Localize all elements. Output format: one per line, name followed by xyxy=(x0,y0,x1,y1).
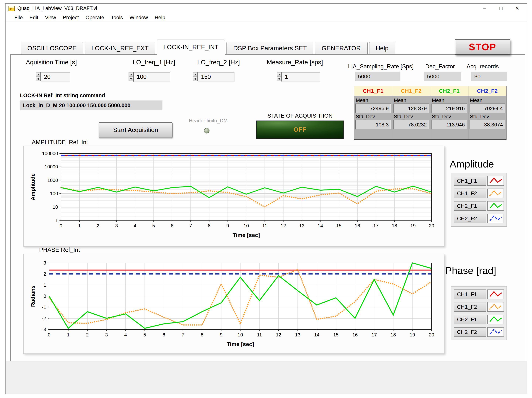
svg-text:12: 12 xyxy=(276,332,281,338)
legend-item-ch1-f1[interactable]: CH1_F1 xyxy=(454,176,504,186)
labview-vi-icon xyxy=(8,6,15,11)
phase-plot-svg: 012345678910111213141516171819203210-1-2… xyxy=(24,254,445,354)
legend-label: CH1_F1 xyxy=(454,289,486,299)
svg-text:4: 4 xyxy=(124,332,127,338)
aquisition-time-label: Aquisition Time [s] xyxy=(26,59,77,66)
legend-item-ch1-f2[interactable]: CH1_F2 xyxy=(454,189,504,198)
menu-file[interactable]: File xyxy=(11,13,26,21)
legend-line-sample-icon xyxy=(487,189,504,198)
svg-text:100000: 100000 xyxy=(42,151,58,156)
svg-text:18: 18 xyxy=(392,223,397,229)
svg-text:7: 7 xyxy=(189,223,192,229)
svg-text:Amplitude: Amplitude xyxy=(30,173,36,201)
std-dev-label: Std_Dev xyxy=(470,114,505,119)
legend-label: CH2_F1 xyxy=(454,315,486,324)
minimize-icon[interactable]: – xyxy=(477,4,493,13)
svg-text:3: 3 xyxy=(105,332,108,338)
tab-help[interactable]: Help xyxy=(369,42,395,55)
legend-line-sample-icon xyxy=(487,201,504,211)
measure-rate-field[interactable]: 1 xyxy=(282,72,320,82)
svg-text:Radians: Radians xyxy=(30,285,36,307)
lo-freq-1-label: LO_freq_1 [Hz] xyxy=(133,59,175,66)
amplitude-legend: CH1_F1CH1_F2CH2_F1CH2_F2 xyxy=(451,173,507,227)
svg-text:16: 16 xyxy=(352,332,358,338)
decrement-icon[interactable] xyxy=(193,77,198,81)
amplitude-chart: 0123456789101112131415161718192010000010… xyxy=(23,146,444,247)
tab-lock-in-ref-ext[interactable]: LOCK-IN_REF_EXT xyxy=(85,42,155,55)
lo-freq-2-field[interactable]: 150 xyxy=(198,72,234,82)
legend-line-sample-icon xyxy=(487,302,504,312)
svg-text:19: 19 xyxy=(410,332,415,338)
svg-text:10000: 10000 xyxy=(45,164,58,169)
svg-text:8: 8 xyxy=(201,332,203,338)
std-dev-value-ch1-f1: 108.3 xyxy=(355,120,391,129)
legend-label: CH1_F2 xyxy=(454,189,486,198)
svg-text:14: 14 xyxy=(318,223,323,229)
screen: Quad_LIA_LabView_V03_DRAFT.vi – □ ✕ File… xyxy=(0,0,532,398)
legend-item-ch1-f2[interactable]: CH1_F2 xyxy=(454,302,504,312)
measure-rate-label: Measure_Rate [sps] xyxy=(267,59,323,66)
lo-freq-1-field[interactable]: 100 xyxy=(133,72,170,82)
phase-chart-title: PHASE Ref_Int xyxy=(39,247,80,253)
legend-line-sample-icon xyxy=(487,327,504,337)
legend-label: CH1_F1 xyxy=(454,176,486,186)
svg-text:16: 16 xyxy=(355,223,360,229)
legend-item-ch2-f1[interactable]: CH2_F1 xyxy=(454,201,504,211)
svg-text:Time [sec]: Time [sec] xyxy=(227,341,254,347)
start-acquisition-button[interactable]: Start Acquisition xyxy=(99,122,172,138)
maximize-icon[interactable]: □ xyxy=(493,4,509,13)
stats-header-ch1-f2: CH1_F2 xyxy=(392,86,431,96)
svg-text:6: 6 xyxy=(171,223,173,229)
svg-text:10: 10 xyxy=(244,223,249,229)
menu-tools[interactable]: Tools xyxy=(108,13,126,21)
legend-item-ch2-f2[interactable]: CH2_F2 xyxy=(454,327,504,337)
increment-icon[interactable] xyxy=(193,72,198,77)
mean-label: Mean xyxy=(470,98,505,103)
svg-text:2: 2 xyxy=(86,332,89,338)
window-controls: – □ ✕ xyxy=(477,4,525,13)
svg-text:Time [sec]: Time [sec] xyxy=(233,232,260,238)
amplitude-plot-svg: 0123456789101112131415161718192010000010… xyxy=(24,146,445,247)
svg-text:11: 11 xyxy=(262,223,267,229)
menu-view[interactable]: View xyxy=(42,13,59,21)
header-finito-led xyxy=(204,128,209,134)
decrement-icon[interactable] xyxy=(277,77,282,81)
lo-freq-2-control: LO_freq_2 [Hz] 150 xyxy=(193,59,274,83)
acquisition-state-indicator: OFF xyxy=(256,121,344,139)
menu-project[interactable]: Project xyxy=(59,13,82,21)
svg-text:100: 100 xyxy=(50,191,58,196)
decrement-icon[interactable] xyxy=(36,77,41,81)
menu-edit[interactable]: Edit xyxy=(26,13,42,21)
tab-dsp-box-parameters-set[interactable]: DSP Box Parameters SET xyxy=(227,42,313,55)
svg-text:0: 0 xyxy=(48,332,51,338)
mean-value-ch2-f1: 219.916 xyxy=(431,103,467,113)
numeric-spinner xyxy=(193,72,198,82)
string-command-value: Lock_in_D_M 20 100.000 150.000 5000.000 xyxy=(20,101,163,110)
numeric-spinner xyxy=(36,72,41,82)
legend-item-ch2-f1[interactable]: CH2_F1 xyxy=(454,315,504,324)
stop-button[interactable]: STOP xyxy=(455,39,510,55)
svg-text:14: 14 xyxy=(314,332,320,338)
menu-window[interactable]: Window xyxy=(126,13,151,21)
legend-item-ch2-f2[interactable]: CH2_F2 xyxy=(454,214,504,223)
legend-line-sample-icon xyxy=(487,315,504,324)
close-icon[interactable]: ✕ xyxy=(509,4,525,13)
svg-text:0: 0 xyxy=(44,293,46,299)
increment-icon[interactable] xyxy=(277,72,282,77)
svg-text:17: 17 xyxy=(373,223,379,229)
aquisition-time-field[interactable]: 20 xyxy=(41,72,70,82)
increment-icon[interactable] xyxy=(129,72,133,77)
tab-generator[interactable]: GENERATOR xyxy=(315,42,367,55)
svg-text:15: 15 xyxy=(336,223,342,229)
legend-label: CH2_F2 xyxy=(454,214,486,223)
svg-text:13: 13 xyxy=(299,223,304,229)
lia-sampling-rate-label: LIA_Sampling_Rate [Sps] xyxy=(348,63,414,70)
tab-oscilloscope[interactable]: OSCILLOSCOPE xyxy=(21,42,83,55)
increment-icon[interactable] xyxy=(36,72,41,77)
menu-help[interactable]: Help xyxy=(151,13,169,21)
menu-operate[interactable]: Operate xyxy=(82,13,108,21)
stats-header-ch2-f2: CH2_F2 xyxy=(469,86,506,96)
tab-lock-in-ref-int[interactable]: LOCK-IN_REF_INT xyxy=(157,39,225,55)
legend-item-ch1-f1[interactable]: CH1_F1 xyxy=(454,289,504,299)
decrement-icon[interactable] xyxy=(129,77,133,81)
